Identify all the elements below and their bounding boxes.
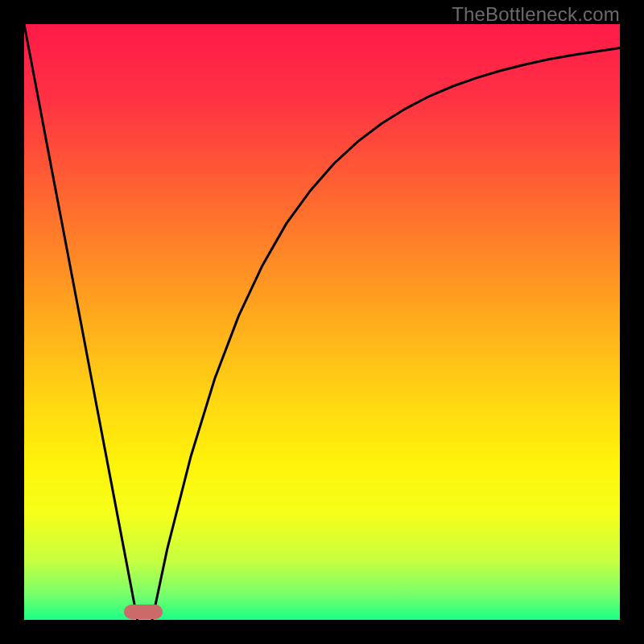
plot-area [24, 24, 620, 620]
watermark-text: TheBottleneck.com [452, 3, 620, 26]
bottleneck-curve [24, 24, 620, 620]
curve-left-segment [24, 24, 138, 620]
chart-frame: TheBottleneck.com [0, 0, 644, 644]
curve-right-segment [152, 48, 620, 620]
highlight-marker [124, 605, 163, 619]
